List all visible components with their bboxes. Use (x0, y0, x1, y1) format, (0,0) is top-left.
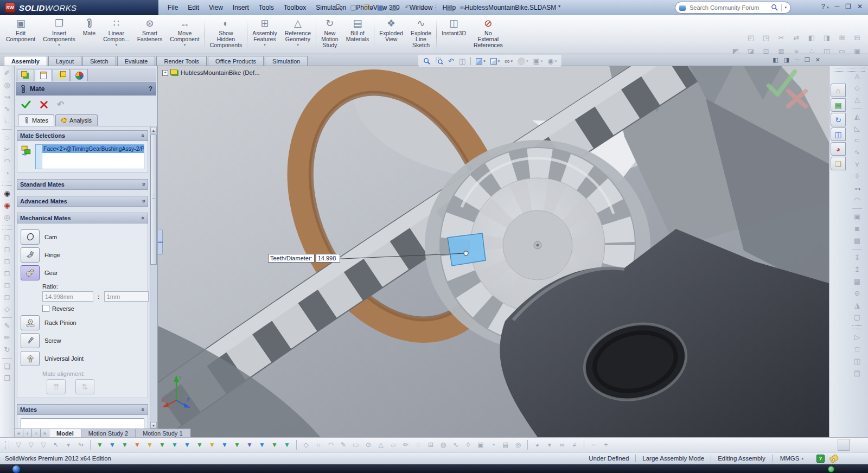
menu-search-icon[interactable] (335, 3, 343, 11)
mate-selections-listbox[interactable]: Face<2>@TimingGearBushingAssy-2/P (35, 144, 144, 169)
propertymanager-tab[interactable] (35, 69, 52, 81)
display-style-button[interactable]: ▾ (490, 58, 500, 65)
edit-appearance-button[interactable]: ▾ (518, 57, 528, 65)
close-document-button[interactable]: ✕ (815, 56, 820, 63)
smart-fasteners-button[interactable]: ⊛Smart Fasteners (133, 16, 167, 54)
mate-button[interactable]: Mate (79, 16, 99, 54)
show-hidden-components-button[interactable]: ◐Show Hidden Components (206, 16, 246, 54)
scrollbar-thumb[interactable] (150, 135, 157, 265)
next-tab-button[interactable]: › (32, 429, 41, 438)
new-motion-study-button[interactable]: ↻New Motion Study (317, 16, 342, 54)
exploded-view-button[interactable]: ❖Exploded View (375, 16, 407, 54)
file-explorer-tab[interactable]: ↻ (831, 113, 846, 126)
gear-mate-button[interactable] (21, 265, 40, 280)
view-settings-button[interactable]: ◉▾ (547, 57, 557, 65)
help-button[interactable]: ? ▾ (821, 3, 829, 10)
filter-midpoints-icon[interactable]: ▼ (195, 440, 204, 449)
undo-icon[interactable]: ↶▾ (404, 3, 413, 12)
camera-icon[interactable]: ◉ (3, 189, 11, 198)
tab-render-tools[interactable]: Render Tools (156, 56, 207, 66)
explode-line-sketch-button[interactable]: ∿Explode Line Sketch (407, 16, 435, 54)
toolbar-end-button[interactable] (838, 439, 850, 451)
menu-view[interactable]: View (204, 2, 228, 13)
move-component-button[interactable]: ↔Move Component▾ (166, 16, 203, 54)
filter-surface-bodies-icon[interactable]: ▼ (245, 440, 254, 449)
mates-listbox[interactable] (21, 418, 144, 429)
tab-evaluate[interactable]: Evaluate (117, 56, 156, 66)
tab-model[interactable]: Model (49, 429, 81, 438)
new-document-icon[interactable]: ▢▾ (350, 3, 359, 12)
filter-sketch-points-icon[interactable]: ▼ (170, 440, 179, 449)
universal-joint-mate-button[interactable] (21, 351, 40, 366)
previous-tab-button[interactable]: ‹ (23, 429, 32, 438)
toolbar-options-icon[interactable]: ⋮ (431, 3, 440, 12)
graphics-viewport[interactable]: + HublessMountainBike (Def... Teeth/Diam… (158, 66, 829, 437)
dropdown-caret-icon[interactable]: ▾ (58, 43, 60, 47)
displaymanager-tab[interactable] (71, 69, 88, 81)
no-external-references-button[interactable]: ⊘No External References (470, 16, 507, 54)
design-library-tab[interactable]: ▤ (831, 98, 846, 112)
apply-scene-button[interactable]: ▣▾ (533, 57, 543, 65)
search-input[interactable] (688, 4, 768, 11)
instant3d-button[interactable]: ◫Instant3D (438, 16, 470, 54)
filter-dimensions-icon[interactable]: ▼ (233, 440, 241, 449)
search-options-caret[interactable]: ▾ (784, 5, 787, 10)
hide-show-items-button[interactable]: ∞▾ (505, 57, 513, 65)
restore-document-button[interactable]: ❐ (805, 56, 810, 63)
solidworks-resources-tab[interactable]: ⌂ (831, 84, 846, 97)
rack-pinion-mate-button[interactable] (21, 315, 40, 330)
standard-mates-header[interactable]: Standard Mates« (17, 179, 148, 190)
assembly-features-button[interactable]: ⊞Assembly Features▾ (248, 16, 281, 54)
reverse-checkbox[interactable] (42, 305, 49, 312)
bill-of-materials-button[interactable]: ▤Bill of Materials (342, 16, 373, 54)
minimize-document-button[interactable]: ─ (795, 56, 799, 63)
dropdown-caret-icon[interactable]: ▾ (184, 43, 186, 47)
windows-start-orb[interactable] (12, 465, 21, 473)
scroll-up-arrow[interactable]: ▲ (150, 127, 157, 133)
filter-planes-icon[interactable]: ▼ (158, 440, 167, 449)
minimize-button[interactable]: ─ (835, 3, 840, 10)
filter-centerlines-icon[interactable]: ▼ (220, 440, 229, 449)
tab-office-products[interactable]: Office Products (208, 56, 264, 66)
edit-component-button[interactable]: ▣Edit Component (2, 16, 39, 54)
filter-notes-icon[interactable]: ▼ (258, 440, 266, 449)
tab-layout[interactable]: Layout (48, 56, 81, 66)
pane-right-icon[interactable]: ◨ (784, 56, 789, 63)
appearances-scenes-tab[interactable]: ◕ (831, 142, 846, 156)
zoom-fit-icon[interactable] (423, 57, 431, 65)
expand-chevron-icon[interactable]: « (140, 200, 146, 203)
filter-faces-icon[interactable]: ▼ (120, 440, 129, 449)
filter-center-marks-icon[interactable]: ▼ (208, 440, 216, 449)
open-document-icon[interactable]: ❒▾ (363, 3, 372, 12)
select-icon[interactable]: ↖▾ (418, 3, 426, 12)
tab-motion-study-2[interactable]: Motion Study 2 (81, 429, 136, 438)
save-icon[interactable]: ▣▾ (377, 3, 386, 12)
panel-help-button[interactable]: ? (149, 85, 152, 93)
dropdown-caret-icon[interactable]: ▾ (116, 43, 118, 47)
expand-chevron-icon[interactable]: « (140, 183, 146, 186)
feature-tree-root-label[interactable]: HublessMountainBike (Def... (181, 69, 260, 76)
section-view-icon[interactable]: ◫ (459, 57, 465, 65)
advanced-mates-header[interactable]: Advanced Mates« (17, 196, 148, 207)
filter-vertices-icon[interactable]: ▼ (95, 440, 104, 449)
dropdown-caret-icon[interactable]: ▾ (297, 43, 299, 47)
tab-simulation[interactable]: Simulation (265, 56, 308, 66)
menu-file[interactable]: File (163, 2, 183, 13)
tab-sketch[interactable]: Sketch (82, 56, 116, 66)
configurationmanager-tab[interactable] (53, 69, 70, 81)
filter-axes-icon[interactable]: ▼ (145, 440, 154, 449)
mate-selections-header[interactable]: Mate Selections« (17, 130, 148, 141)
cancel-button[interactable] (40, 100, 48, 109)
first-tab-button[interactable]: « (15, 429, 23, 438)
dropdown-caret-icon[interactable]: ▾ (264, 43, 266, 47)
last-tab-button[interactable]: » (41, 429, 49, 438)
menu-insert[interactable]: Insert (228, 2, 254, 13)
filter-blocks-icon[interactable]: ▼ (283, 440, 291, 449)
callout-anchor-point[interactable] (464, 251, 468, 255)
view-orientation-button[interactable]: ▾ (476, 58, 486, 65)
panel-splitter-handle[interactable]: ◂◂◂ (158, 229, 163, 255)
dock-grip[interactable] (833, 68, 865, 72)
mates-tab[interactable]: Mates (18, 114, 54, 126)
units-selector[interactable]: MMGS▴ (773, 455, 811, 462)
community-search-box[interactable]: ▾ (675, 2, 791, 14)
